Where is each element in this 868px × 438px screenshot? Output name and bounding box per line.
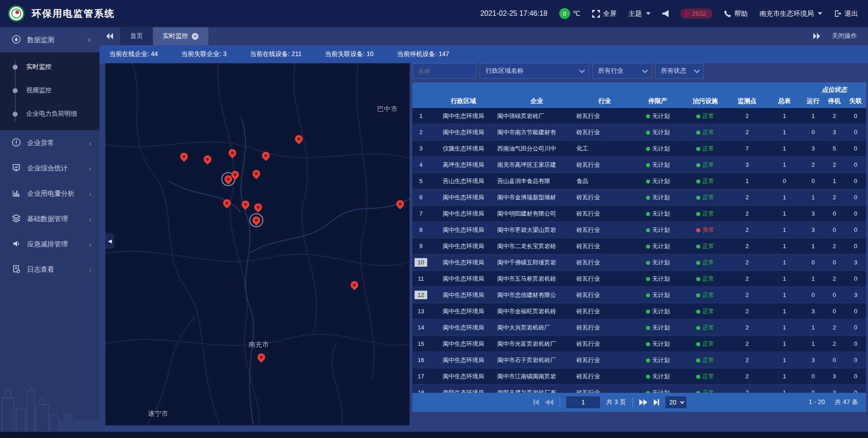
table-row[interactable]: 5营山生态环境局营山县润丰食品有限食品无计划正常10010 bbox=[412, 173, 866, 189]
industry-select[interactable]: 所有行业 bbox=[592, 63, 652, 79]
cell-run: 0 bbox=[802, 259, 824, 266]
map-pin-icon[interactable] bbox=[256, 352, 267, 363]
cell-points: 3 bbox=[728, 161, 766, 168]
sidebar-item-3[interactable]: 企业用电量分析‹ bbox=[0, 181, 99, 206]
cell-stop-status: 无计划 bbox=[633, 161, 683, 169]
cell-run: 1 bbox=[802, 113, 824, 119]
table-row[interactable]: 7阆中生态环境局阆中明阳建材有限公司砖瓦行业无计划正常21300 bbox=[412, 206, 866, 222]
table-row[interactable]: 3仪陇生态环境局西南油气田分公司川中化工无计划正常71350 bbox=[412, 141, 866, 157]
industry-select-value: 所有行业 bbox=[598, 67, 623, 75]
map-pin-icon[interactable] bbox=[222, 198, 232, 208]
cell-points: 2 bbox=[728, 259, 766, 266]
cell-facility-status: 正常 bbox=[683, 389, 728, 393]
map-pin-icon[interactable] bbox=[260, 150, 271, 161]
cell-company: 阆中千佛镇五郎垭页岩 bbox=[497, 259, 576, 267]
table-row[interactable]: 1阆中生态环境局阆中强锐页岩砖厂砖瓦行业无计划正常21120 bbox=[412, 108, 866, 124]
cell-region: 阆中生态环境局 bbox=[429, 259, 497, 267]
page-number-input[interactable] bbox=[566, 396, 600, 408]
map-collapse-toggle[interactable]: ◀ bbox=[105, 233, 114, 249]
map-pin-icon[interactable] bbox=[251, 168, 262, 179]
first-page-button[interactable] bbox=[533, 399, 539, 405]
table-row[interactable]: 14阆中生态环境局阆中大兴页岩机砖厂砖瓦行业无计划正常21120 bbox=[412, 320, 866, 336]
cell-points: 2 bbox=[728, 194, 766, 201]
sidebar-item-5[interactable]: 应急减排管理‹ bbox=[0, 231, 99, 257]
column-header-run: 运行 bbox=[802, 97, 824, 105]
sidebar-item-1[interactable]: 企业异常‹ bbox=[0, 130, 99, 155]
mute-button[interactable] bbox=[662, 10, 669, 17]
cell-industry: 砖瓦行业 bbox=[576, 340, 633, 348]
range-label: 1 - 20 bbox=[809, 398, 825, 406]
cell-industry: 砖瓦行业 bbox=[576, 307, 633, 316]
table-row[interactable]: 13阆中生态环境局阆中市金福旺页岩机砖砖瓦行业无计划正常21300 bbox=[412, 303, 866, 320]
prev-page-button[interactable] bbox=[545, 399, 553, 405]
theme-menu[interactable]: 主题 bbox=[628, 9, 651, 18]
status-dot-icon bbox=[646, 342, 650, 346]
logout-button[interactable]: 退出 bbox=[834, 9, 858, 18]
help-button[interactable]: 帮助 bbox=[724, 9, 748, 18]
last-page-button[interactable] bbox=[654, 399, 659, 405]
sidebar-item-0[interactable]: 数据监测˅ bbox=[0, 27, 99, 52]
table-row[interactable]: 15阆中生态环境局阆中市光富页岩机砖厂砖瓦行业无计划正常21120 bbox=[412, 336, 866, 352]
next-page-button[interactable] bbox=[639, 399, 647, 405]
table-row[interactable]: 12阆中生态环境局阆中市忠信建材有限公砖瓦行业无计划正常21003 bbox=[412, 287, 866, 303]
cell-lost: 0 bbox=[845, 373, 866, 380]
map-panel[interactable]: ◀ 巴中市南充市遂宁市 bbox=[105, 63, 410, 425]
status-select[interactable]: 所有状态 bbox=[655, 63, 704, 79]
cell-run: 3 bbox=[802, 210, 824, 217]
status-dot-icon bbox=[696, 179, 700, 184]
table-row[interactable]: 6阆中生态环境局阆中市金博瑞新型墙材砖瓦行业无计划正常21120 bbox=[412, 189, 866, 206]
map-pin-icon[interactable] bbox=[202, 154, 213, 165]
map-pin-icon[interactable] bbox=[253, 202, 264, 212]
sidebar-item-4[interactable]: 基础数据管理‹ bbox=[0, 206, 99, 231]
table-row[interactable]: 18南部生态环境局南部县建兴页岩砖厂有砖瓦行业无计划正常21030 bbox=[412, 385, 866, 393]
map-pin-icon[interactable] bbox=[293, 133, 304, 144]
bell-icon bbox=[684, 11, 689, 17]
log-file-icon bbox=[12, 264, 21, 275]
sidebar-subitem[interactable]: 视频监控 bbox=[0, 79, 99, 102]
tabs-scroll-left-button[interactable] bbox=[99, 27, 120, 45]
cell-points: 2 bbox=[728, 113, 766, 119]
page-size-select[interactable]: 20 bbox=[665, 396, 686, 408]
sidebar-item-label: 应急减排管理 bbox=[27, 240, 68, 249]
double-chevron-right-icon[interactable] bbox=[813, 33, 820, 39]
map-pin-icon[interactable] bbox=[251, 215, 262, 226]
cell-facility-status: 正常 bbox=[683, 112, 728, 120]
status-select-value: 所有状态 bbox=[661, 67, 686, 75]
name-search-input[interactable] bbox=[412, 63, 476, 79]
status-dot-icon bbox=[646, 375, 650, 379]
map-pin-icon[interactable] bbox=[349, 279, 359, 290]
map-pin-icon[interactable] bbox=[395, 198, 406, 209]
map-pin-icon[interactable] bbox=[240, 199, 251, 210]
table-row[interactable]: 8阆中生态环境局阆中市枣碧大梁山页岩砖瓦行业无计划异常21300 bbox=[412, 222, 866, 238]
column-header-status-group: 点位状态 bbox=[802, 83, 866, 94]
close-operations-button[interactable]: 关闭操作 bbox=[832, 32, 857, 40]
map-pin-icon[interactable] bbox=[227, 147, 238, 158]
map-pin-icon[interactable] bbox=[179, 151, 189, 162]
status-dot-icon bbox=[646, 358, 650, 363]
region-select[interactable]: 行政区域名称 bbox=[480, 63, 589, 79]
sidebar-subitem[interactable]: 企业电力负荷明细 bbox=[0, 102, 99, 126]
table-row[interactable]: 17阆中生态环境局阆中市江南镇阆南页岩砖瓦行业无计划正常21030 bbox=[412, 368, 866, 385]
sidebar-item-2[interactable]: 企业综合统计‹ bbox=[0, 155, 99, 181]
sidebar-subitem[interactable]: 实时监控 bbox=[0, 55, 99, 79]
tab-close-icon[interactable]: ✕ bbox=[192, 33, 198, 40]
table-row[interactable]: 16阆中生态环境局阆中市石子页岩机砖厂砖瓦行业无计划正常21300 bbox=[412, 352, 866, 368]
status-dot-icon bbox=[696, 228, 700, 232]
tab-实时监控[interactable]: 实时监控✕ bbox=[153, 27, 208, 45]
status-dot-icon bbox=[696, 293, 700, 297]
cell-industry: 砖瓦行业 bbox=[576, 210, 633, 218]
table-row[interactable]: 9阆中生态环境局阆中市二龙长宝页岩砖砖瓦行业无计划正常21120 bbox=[412, 238, 866, 254]
notifications-badge[interactable]: 2632 bbox=[680, 9, 712, 19]
cell-run: 0 bbox=[802, 292, 824, 298]
cell-lost: 3 bbox=[845, 292, 866, 298]
fullscreen-button[interactable]: 全屏 bbox=[592, 9, 617, 18]
status-dot-icon bbox=[696, 245, 700, 249]
org-menu[interactable]: 南充市生态环境局 bbox=[760, 9, 822, 18]
table-body: 1阆中生态环境局阆中强锐页岩砖厂砖瓦行业无计划正常211202阆中生态环境局阆中… bbox=[412, 108, 866, 393]
table-row[interactable]: 4高坪生态环境局南充市高坪区王家店建砖瓦行业无计划正常31220 bbox=[412, 157, 866, 173]
table-row[interactable]: 10阆中生态环境局阆中千佛镇五郎垭页岩砖瓦行业无计划正常21003 bbox=[412, 254, 866, 271]
table-row[interactable]: 2阆中生态环境局阆中市南方节能建材有砖瓦行业无计划正常21030 bbox=[412, 124, 866, 141]
sidebar-item-6[interactable]: 日志查看‹ bbox=[0, 257, 99, 282]
tab-首页[interactable]: 首页 bbox=[120, 27, 153, 45]
table-row[interactable]: 11阆中生态环境局阆中市五马桥页岩机砖砖瓦行业无计划正常21120 bbox=[412, 271, 866, 287]
